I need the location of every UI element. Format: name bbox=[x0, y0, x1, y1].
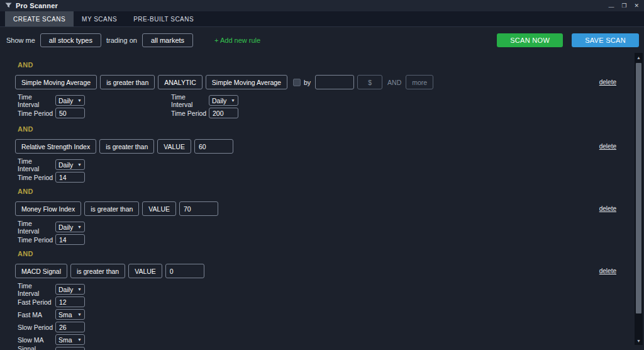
param-label: Time Interval bbox=[18, 220, 55, 235]
window-controls: — ❐ ✕ bbox=[608, 3, 639, 9]
fast-period-input[interactable] bbox=[55, 296, 85, 307]
chevron-down-icon: ▼ bbox=[77, 98, 82, 103]
slow-period-input[interactable] bbox=[55, 322, 85, 332]
time-period-input[interactable] bbox=[55, 234, 85, 245]
chevron-down-icon: ▼ bbox=[77, 312, 82, 317]
by-offset-input[interactable] bbox=[315, 75, 354, 89]
scroll-up-icon[interactable]: ▲ bbox=[635, 53, 643, 62]
rule-rsi: AND Relative Strength Index is greater t… bbox=[15, 125, 616, 183]
tab-bar: CREATE SCANS MY SCANS PRE-BUILT SCANS bbox=[0, 11, 644, 27]
value-input[interactable] bbox=[194, 139, 233, 154]
rule-macd-signal: AND MACD Signal is greater than VALUE de… bbox=[15, 250, 616, 350]
offset-unit-button[interactable]: $ bbox=[357, 75, 382, 89]
select-value: Daily bbox=[58, 223, 73, 231]
time-period-input[interactable] bbox=[55, 108, 85, 118]
minimize-icon[interactable]: — bbox=[608, 4, 614, 10]
save-scan-button[interactable]: SAVE SCAN bbox=[572, 33, 639, 47]
chevron-down-icon: ▼ bbox=[231, 98, 235, 103]
operand-button[interactable]: Simple Moving Average bbox=[206, 75, 287, 89]
rule-params: Time Interval Daily ▼ Fast Period Fast M… bbox=[15, 284, 616, 350]
param-row: Time Interval Daily ▼ bbox=[15, 159, 616, 170]
operand-type-button[interactable]: ANALYTIC bbox=[158, 75, 203, 89]
tab-create-scans[interactable]: CREATE SCANS bbox=[5, 11, 74, 26]
slow-ma-select[interactable]: Sma ▼ bbox=[55, 334, 85, 345]
comparator-button[interactable]: is greater than bbox=[70, 264, 125, 278]
more-button[interactable]: more bbox=[406, 75, 433, 89]
value-input[interactable] bbox=[179, 201, 218, 216]
tab-pre-built-scans[interactable]: PRE-BUILT SCANS bbox=[125, 11, 202, 26]
time-interval-select[interactable]: Daily ▼ bbox=[55, 159, 85, 170]
rule-condition-row: MACD Signal is greater than VALUE delete bbox=[15, 264, 616, 278]
rule-params: Time Interval Daily ▼ Time Period Time I… bbox=[15, 95, 616, 120]
scroll-down-icon[interactable]: ▼ bbox=[635, 336, 643, 345]
param-label: Slow Period bbox=[18, 324, 55, 331]
offset-connector-label: AND bbox=[387, 79, 401, 86]
param-label: Fast Period bbox=[18, 298, 55, 306]
param-label: Signal Period bbox=[18, 345, 55, 350]
param-label: Time Interval bbox=[18, 157, 55, 172]
indicator-button[interactable]: Relative Strength Index bbox=[15, 139, 96, 154]
rule-mfi: AND Money Flow Index is greater than VAL… bbox=[15, 188, 616, 245]
param-label: Time Interval bbox=[171, 93, 209, 108]
param-row: Time Period bbox=[15, 108, 85, 118]
params-right-column: Time Interval Daily ▼ Time Period bbox=[169, 95, 238, 120]
rule-condition-row: Relative Strength Index is greater than … bbox=[15, 139, 616, 154]
chevron-down-icon: ▼ bbox=[77, 287, 82, 291]
by-label: by bbox=[304, 79, 311, 86]
comparator-button[interactable]: is greater than bbox=[84, 201, 139, 216]
param-label: Time Interval bbox=[18, 282, 55, 297]
param-row: Slow MA Sma ▼ bbox=[15, 334, 616, 345]
window-title: Pro Scanner bbox=[16, 2, 58, 9]
time-period-input[interactable] bbox=[209, 108, 238, 118]
rule-connector-label: AND bbox=[18, 250, 616, 257]
operand-type-button[interactable]: VALUE bbox=[157, 139, 191, 154]
toolbar: Show me all stock types trading on all m… bbox=[0, 28, 644, 52]
delete-rule-link[interactable]: delete bbox=[599, 205, 616, 212]
param-row: Time Interval Daily ▼ bbox=[15, 95, 85, 106]
select-value: Sma bbox=[58, 336, 72, 344]
param-row: Slow Period bbox=[15, 322, 616, 332]
vertical-scrollbar[interactable]: ▲ ▼ bbox=[635, 53, 643, 345]
param-label: Time Period bbox=[171, 110, 209, 117]
indicator-button[interactable]: MACD Signal bbox=[15, 264, 67, 278]
rule-connector-label: AND bbox=[18, 61, 616, 69]
maximize-icon[interactable]: ❐ bbox=[621, 3, 626, 9]
time-interval-select[interactable]: Daily ▼ bbox=[55, 222, 85, 232]
indicator-button[interactable]: Simple Moving Average bbox=[15, 75, 97, 89]
param-label: Time Period bbox=[18, 110, 55, 117]
time-period-input[interactable] bbox=[55, 172, 85, 183]
rule-connector-label: AND bbox=[18, 125, 616, 133]
param-row: Fast MA Sma ▼ bbox=[15, 309, 616, 320]
scrollbar-thumb[interactable] bbox=[636, 63, 641, 313]
signal-period-input[interactable] bbox=[55, 347, 85, 350]
add-new-rule-link[interactable]: + Add new rule bbox=[214, 37, 260, 44]
fast-ma-select[interactable]: Sma ▼ bbox=[55, 309, 85, 320]
markets-selector[interactable]: all markets bbox=[142, 33, 193, 47]
title-bar: Pro Scanner — ❐ ✕ bbox=[0, 0, 644, 11]
time-interval-select[interactable]: Daily ▼ bbox=[55, 95, 85, 106]
delete-rule-link[interactable]: delete bbox=[599, 268, 616, 274]
rule-sma-cross: AND Simple Moving Average is greater tha… bbox=[15, 61, 616, 120]
filter-funnel-icon bbox=[5, 3, 12, 9]
value-input[interactable] bbox=[165, 264, 204, 278]
delete-rule-link[interactable]: delete bbox=[599, 79, 616, 86]
operand-type-button[interactable]: VALUE bbox=[142, 201, 176, 216]
comparator-button[interactable]: is greater than bbox=[100, 75, 155, 89]
time-interval-select[interactable]: Daily ▼ bbox=[55, 284, 85, 295]
param-row: Fast Period bbox=[15, 296, 616, 307]
close-icon[interactable]: ✕ bbox=[634, 3, 639, 9]
param-row: Time Period bbox=[169, 108, 238, 118]
params-left-column: Time Interval Daily ▼ Time Period bbox=[15, 95, 85, 120]
stock-types-selector[interactable]: all stock types bbox=[40, 33, 101, 47]
param-row: Time Interval Daily ▼ bbox=[169, 95, 238, 106]
scan-now-button[interactable]: SCAN NOW bbox=[497, 33, 563, 47]
time-interval-select[interactable]: Daily ▼ bbox=[209, 95, 238, 106]
tab-my-scans[interactable]: MY SCANS bbox=[74, 11, 125, 26]
select-value: Daily bbox=[58, 97, 73, 104]
operand-type-button[interactable]: VALUE bbox=[128, 264, 162, 278]
indicator-button[interactable]: Money Flow Index bbox=[15, 201, 81, 216]
rules-list: AND Simple Moving Average is greater tha… bbox=[0, 52, 644, 350]
comparator-button[interactable]: is greater than bbox=[99, 139, 154, 154]
by-checkbox[interactable] bbox=[293, 79, 301, 86]
delete-rule-link[interactable]: delete bbox=[599, 143, 616, 150]
